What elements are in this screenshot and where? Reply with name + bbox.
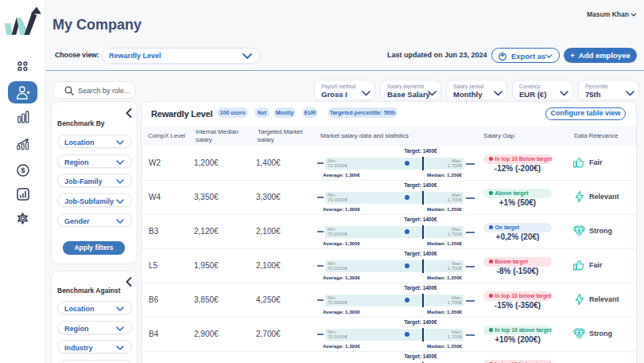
svg-text:$: $ — [21, 166, 25, 174]
